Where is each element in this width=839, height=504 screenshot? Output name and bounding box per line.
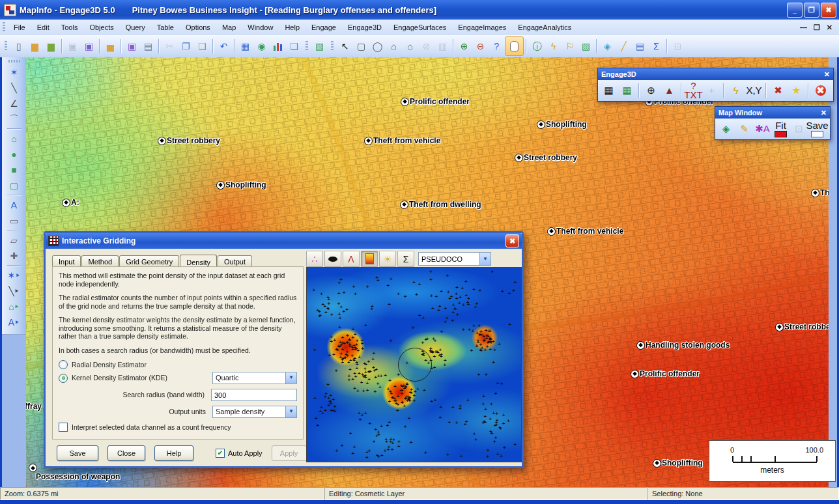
toolbar-drag-handle[interactable] xyxy=(306,41,308,51)
child-minimize-button[interactable]: — xyxy=(800,23,807,32)
dialog-close-button[interactable]: ✖ xyxy=(505,234,519,247)
open-table-button[interactable]: ▆ xyxy=(27,38,43,55)
menu-engage3d[interactable]: Engage3D xyxy=(342,20,388,35)
status-selecting[interactable]: Selecting: None xyxy=(647,487,839,500)
select-button[interactable]: ↖ xyxy=(337,38,353,55)
open-workspace-button[interactable]: ▆ xyxy=(43,38,59,55)
txt-query-button[interactable]: ? TXT xyxy=(685,81,702,100)
tab-grid-geometry[interactable]: Grid Geometry xyxy=(119,255,179,267)
save-copy-as-button[interactable]: ▅ xyxy=(102,38,119,55)
text-style-button[interactable]: A‣ xyxy=(5,315,23,330)
polyline-tool-button[interactable]: ∠ xyxy=(5,96,23,111)
exit-engage3d-button[interactable]: ✖ xyxy=(812,81,829,100)
tab-method[interactable]: Method xyxy=(81,255,119,267)
menu-file[interactable]: File xyxy=(8,20,31,35)
grid-3d-button[interactable]: ▦ xyxy=(600,81,618,100)
legend-button[interactable]: ▤ xyxy=(632,38,648,55)
edit-style-pencil-button[interactable]: ✎ xyxy=(735,120,753,138)
hotlink-button[interactable]: ϟ xyxy=(545,38,562,55)
menu-options[interactable]: Options xyxy=(180,20,216,35)
print-window-button[interactable]: ▤ xyxy=(140,38,156,55)
polygon-select-button[interactable]: ⌂ xyxy=(386,38,402,55)
close-button[interactable]: ✖ xyxy=(821,3,836,18)
engage3d-panel-titlebar[interactable]: Engage3D ✕ xyxy=(598,68,833,80)
layer-control-run-button[interactable]: ◈ xyxy=(717,120,735,138)
menu-tools[interactable]: Tools xyxy=(55,20,84,35)
map-window-close-icon[interactable]: ✕ xyxy=(821,109,827,117)
undo-button[interactable]: ↶ xyxy=(216,38,232,55)
add-node-tool-button[interactable]: ✚ xyxy=(5,248,23,264)
xy-coordinates-button[interactable]: X,Y xyxy=(745,81,763,100)
tab-output[interactable]: Output xyxy=(218,255,252,267)
info-button[interactable]: ⓘ xyxy=(529,38,545,55)
toolbar-drag-handle[interactable] xyxy=(331,41,334,51)
menu-map[interactable]: Map xyxy=(216,20,242,35)
engage3d-close-icon[interactable]: ✕ xyxy=(824,71,830,78)
reshape-tool-button[interactable]: ▱ xyxy=(5,232,23,248)
hillshade-button[interactable]: ☀ xyxy=(379,251,396,267)
menu-engagesurfaces[interactable]: EngageSurfaces xyxy=(388,20,452,35)
menu-objects[interactable]: Objects xyxy=(83,20,119,35)
show-histogram-button[interactable]: Λ xyxy=(343,251,360,267)
new-browser-button[interactable]: ▦ xyxy=(237,38,253,55)
polygon-tool-button[interactable]: ⌂ xyxy=(5,131,23,147)
menu-query[interactable]: Query xyxy=(120,20,151,35)
save-workspace-button[interactable]: ▣ xyxy=(81,38,97,55)
pan-button[interactable] xyxy=(505,36,524,56)
smart-label-button[interactable]: ✱A xyxy=(754,120,771,138)
layer-control-button[interactable]: ◈ xyxy=(599,38,616,55)
quick-query-button[interactable]: ϟ xyxy=(727,81,745,100)
dialog-titlebar[interactable]: Interactive Gridding ✖ xyxy=(46,233,522,249)
ruler-button[interactable]: ╱ xyxy=(616,38,632,55)
radial-estimator-radio[interactable] xyxy=(59,360,68,369)
title-bar[interactable]: MapInfo - Engage3D 5.0Pitney Bowes Busin… xyxy=(0,0,839,20)
toolbar-drag-handle[interactable] xyxy=(5,41,7,51)
symbol-style-button[interactable]: ✶‣ xyxy=(5,268,23,283)
menu-edit[interactable]: Edit xyxy=(31,20,55,35)
rounded-rectangle-tool-button[interactable]: ▢ xyxy=(5,178,23,193)
child-restore-button[interactable]: ❐ xyxy=(814,23,820,32)
preview-statistics-button[interactable]: Σ xyxy=(397,251,414,267)
text-tool-button[interactable]: A xyxy=(5,197,23,213)
kernel-function-select[interactable]: Quartic ▼ xyxy=(212,372,297,384)
status-zoom[interactable]: Zoom: 0.6375 mi xyxy=(0,487,324,500)
radius-select-button[interactable]: ◯ xyxy=(369,38,386,55)
save-button[interactable]: Save xyxy=(57,445,98,461)
menu-help[interactable]: Help xyxy=(279,20,306,35)
kernel-estimator-radio[interactable] xyxy=(59,374,68,383)
new-mapper-button[interactable]: ◉ xyxy=(253,38,270,55)
label-button[interactable]: ⚐ xyxy=(562,38,578,55)
menu-window[interactable]: Window xyxy=(242,20,279,35)
zoom-question-button[interactable]: ? xyxy=(489,38,505,55)
favorites-grid-button[interactable]: ★ xyxy=(788,81,805,100)
map-tools-button[interactable]: ✖ xyxy=(769,81,787,100)
marquee-select-button[interactable]: ▢ xyxy=(353,38,369,55)
region-style-button[interactable]: ⌂‣ xyxy=(5,299,23,315)
show-input-points-button[interactable]: ∴ xyxy=(306,251,323,267)
menu-drag-handle[interactable] xyxy=(3,22,5,33)
line-style-button[interactable]: ╲‣ xyxy=(5,283,23,299)
interactive-gridding-button[interactable]: ▦ xyxy=(618,81,636,100)
minimize-button[interactable]: _ xyxy=(787,3,803,18)
status-editing[interactable]: Editing: Cosmetic Layer xyxy=(324,487,647,500)
terrain-view-button[interactable]: ▲ xyxy=(661,81,678,100)
drag-map-window-button[interactable]: ▧ xyxy=(578,38,594,55)
new-grapher-button[interactable] xyxy=(270,38,286,55)
new-table-button[interactable]: ▯ xyxy=(10,38,27,55)
map-window-panel-titlebar[interactable]: Map Window ✕ xyxy=(715,107,830,119)
menu-table[interactable]: Table xyxy=(151,20,180,35)
menu-engageimages[interactable]: EngageImages xyxy=(452,20,512,35)
zoom-out-button[interactable]: ⊖ xyxy=(472,38,489,55)
help-button[interactable]: Help xyxy=(154,445,193,461)
close-dialog-button[interactable]: Close xyxy=(107,445,145,461)
zoom-in-button[interactable]: ⊕ xyxy=(456,38,472,55)
statistics-button[interactable]: Σ xyxy=(648,38,664,55)
menu-engageanalytics[interactable]: EngageAnalytics xyxy=(512,20,577,35)
copy-button[interactable]: ❐ xyxy=(178,38,194,55)
restore-button[interactable]: ❐ xyxy=(804,3,819,18)
arc-tool-button[interactable]: ⌒ xyxy=(5,111,23,127)
fit-window-button[interactable]: Fit xyxy=(772,120,789,138)
tab-density[interactable]: Density xyxy=(180,255,217,268)
frame-tool-button[interactable]: ▭ xyxy=(5,213,23,229)
ellipse-tool-button[interactable]: ● xyxy=(5,147,23,162)
